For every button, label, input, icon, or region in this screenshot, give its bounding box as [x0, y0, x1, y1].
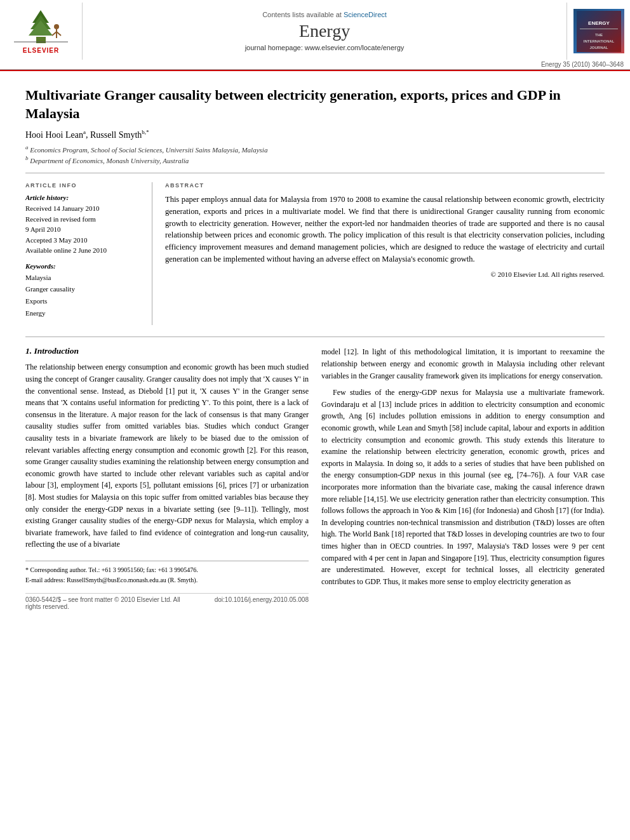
- copyright-line: © 2010 Elsevier Ltd. All rights reserved…: [165, 270, 605, 278]
- energy-journal-logo: ENERGY THE INTERNATIONAL JOURNAL: [577, 11, 621, 52]
- doi-bar: 0360-5442/$ – see front matter © 2010 El…: [25, 593, 309, 610]
- separator-2: [25, 337, 605, 337]
- body-para-right-1: model [12]. In light of this methodologi…: [321, 346, 605, 382]
- svg-text:THE: THE: [595, 33, 603, 37]
- footnote-corresponding: * Corresponding author. Tel.: +61 3 9905…: [25, 565, 309, 575]
- keyword-granger: Granger causality: [25, 283, 142, 295]
- svg-text:INTERNATIONAL: INTERNATIONAL: [583, 39, 614, 43]
- elsevier-text: ELSEVIER: [23, 47, 59, 54]
- journal-header-center: Contents lists available at ScienceDirec…: [83, 3, 566, 60]
- keyword-malaysia: Malaysia: [25, 272, 142, 284]
- body-section: 1. Introduction The relationship between…: [25, 346, 605, 610]
- svg-line-7: [57, 32, 61, 36]
- history-title: Article history:: [25, 194, 142, 201]
- doi-bar-right: doi:10.1016/j.energy.2010.05.008: [215, 596, 309, 610]
- keywords-group: Keywords: Malaysia Granger causality Exp…: [25, 262, 142, 319]
- abstract-text: This paper employs annual data for Malay…: [165, 194, 605, 265]
- keywords-list: Malaysia Granger causality Exports Energ…: [25, 272, 142, 319]
- article-title: Multivariate Granger causality between e…: [25, 86, 605, 123]
- sciencedirect-line: Contents lists available at ScienceDirec…: [262, 11, 387, 18]
- keyword-exports: Exports: [25, 295, 142, 307]
- journal-info-bar: Energy 35 (2010) 3640–3648: [0, 60, 630, 70]
- body-col-left: 1. Introduction The relationship between…: [25, 346, 309, 610]
- energy-logo-area: ENERGY THE INTERNATIONAL JOURNAL: [566, 3, 630, 60]
- svg-rect-11: [580, 29, 618, 29]
- history-content: Received 14 January 2010 Received in rev…: [25, 203, 142, 256]
- elsevier-logo-area: ELSEVIER: [0, 3, 83, 60]
- body-col-right: model [12]. In light of this methodologi…: [321, 346, 605, 610]
- svg-line-6: [52, 32, 57, 36]
- elsevier-logo: ELSEVIER: [11, 9, 71, 54]
- keyword-energy: Energy: [25, 307, 142, 319]
- keywords-title: Keywords:: [25, 262, 142, 270]
- section1-heading: 1. Introduction: [25, 346, 309, 356]
- journal-title: Energy: [299, 21, 350, 41]
- main-content: Multivariate Granger causality between e…: [0, 71, 630, 629]
- history-group: Article history: Received 14 January 201…: [25, 194, 142, 256]
- journal-homepage: journal homepage: www.elsevier.com/locat…: [245, 44, 405, 51]
- body-para-right-2: Few studies of the energy-GDP nexus for …: [321, 387, 605, 587]
- footnote-email: E-mail address: RussellSmyth@busEco.mona…: [25, 575, 309, 585]
- abstract-col: ABSTRACT This paper employs annual data …: [165, 182, 605, 325]
- energy-logo-box: ENERGY THE INTERNATIONAL JOURNAL: [573, 9, 624, 53]
- article-info-label: ARTICLE INFO: [25, 182, 142, 189]
- affiliation-a: a Economics Program, School of Social Sc…: [25, 144, 605, 154]
- body-para-left-1: The relationship between energy consumpt…: [25, 361, 309, 550]
- doi-bar-left: 0360-5442/$ – see front matter © 2010 El…: [25, 596, 196, 610]
- svg-text:ENERGY: ENERGY: [588, 20, 610, 26]
- elsevier-tree-svg: [11, 9, 71, 46]
- article-info-abstract-section: ARTICLE INFO Article history: Received 1…: [25, 182, 605, 325]
- affiliation-b: b Department of Economics, Monash Univer…: [25, 155, 605, 164]
- svg-text:JOURNAL: JOURNAL: [589, 46, 608, 50]
- follows-text: follows: [344, 506, 369, 515]
- journal-header: ELSEVIER Contents lists available at Sci…: [0, 0, 630, 71]
- authors-line: Hooi Hooi Leana, Russell Smythb,*: [25, 129, 605, 140]
- article-info-col: ARTICLE INFO Article history: Received 1…: [25, 182, 152, 325]
- svg-point-4: [54, 24, 59, 29]
- separator-1: [25, 173, 605, 173]
- abstract-label: ABSTRACT: [165, 182, 605, 189]
- footnote-area: * Corresponding author. Tel.: +61 3 9905…: [25, 561, 309, 585]
